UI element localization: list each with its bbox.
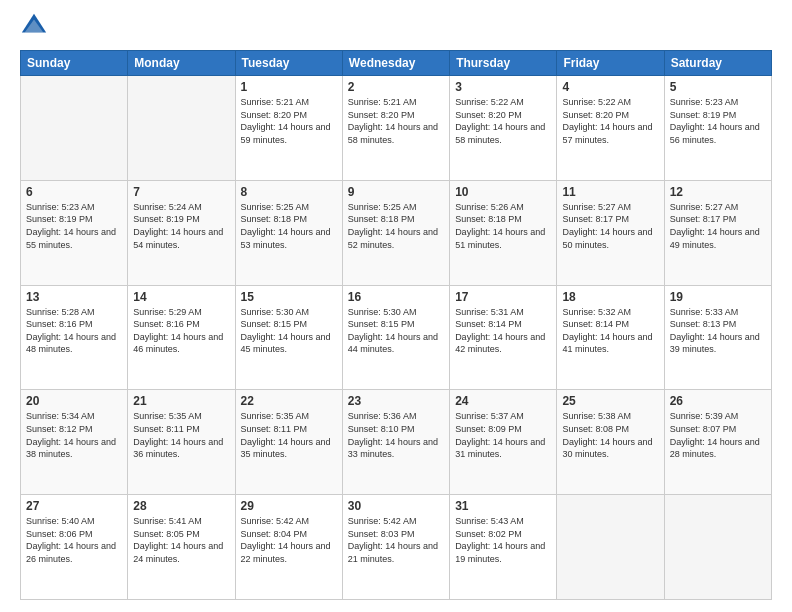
- day-info: Sunrise: 5:31 AM Sunset: 8:14 PM Dayligh…: [455, 306, 551, 356]
- calendar-cell: 27Sunrise: 5:40 AM Sunset: 8:06 PM Dayli…: [21, 495, 128, 600]
- day-info: Sunrise: 5:36 AM Sunset: 8:10 PM Dayligh…: [348, 410, 444, 460]
- weekday-header-monday: Monday: [128, 51, 235, 76]
- day-info: Sunrise: 5:41 AM Sunset: 8:05 PM Dayligh…: [133, 515, 229, 565]
- day-info: Sunrise: 5:25 AM Sunset: 8:18 PM Dayligh…: [241, 201, 337, 251]
- calendar-cell: 24Sunrise: 5:37 AM Sunset: 8:09 PM Dayli…: [450, 390, 557, 495]
- day-info: Sunrise: 5:30 AM Sunset: 8:15 PM Dayligh…: [241, 306, 337, 356]
- day-info: Sunrise: 5:22 AM Sunset: 8:20 PM Dayligh…: [455, 96, 551, 146]
- day-info: Sunrise: 5:21 AM Sunset: 8:20 PM Dayligh…: [241, 96, 337, 146]
- week-row-1: 1Sunrise: 5:21 AM Sunset: 8:20 PM Daylig…: [21, 76, 772, 181]
- day-number: 31: [455, 499, 551, 513]
- day-info: Sunrise: 5:35 AM Sunset: 8:11 PM Dayligh…: [133, 410, 229, 460]
- calendar-cell: 4Sunrise: 5:22 AM Sunset: 8:20 PM Daylig…: [557, 76, 664, 181]
- logo-icon: [20, 12, 48, 40]
- calendar-cell: [557, 495, 664, 600]
- day-info: Sunrise: 5:33 AM Sunset: 8:13 PM Dayligh…: [670, 306, 766, 356]
- calendar-cell: 13Sunrise: 5:28 AM Sunset: 8:16 PM Dayli…: [21, 285, 128, 390]
- day-info: Sunrise: 5:21 AM Sunset: 8:20 PM Dayligh…: [348, 96, 444, 146]
- day-info: Sunrise: 5:42 AM Sunset: 8:03 PM Dayligh…: [348, 515, 444, 565]
- day-number: 27: [26, 499, 122, 513]
- calendar-cell: 14Sunrise: 5:29 AM Sunset: 8:16 PM Dayli…: [128, 285, 235, 390]
- day-number: 15: [241, 290, 337, 304]
- day-number: 10: [455, 185, 551, 199]
- calendar-cell: 22Sunrise: 5:35 AM Sunset: 8:11 PM Dayli…: [235, 390, 342, 495]
- day-number: 6: [26, 185, 122, 199]
- day-info: Sunrise: 5:23 AM Sunset: 8:19 PM Dayligh…: [670, 96, 766, 146]
- day-info: Sunrise: 5:22 AM Sunset: 8:20 PM Dayligh…: [562, 96, 658, 146]
- day-number: 29: [241, 499, 337, 513]
- day-number: 20: [26, 394, 122, 408]
- weekday-header-friday: Friday: [557, 51, 664, 76]
- day-info: Sunrise: 5:29 AM Sunset: 8:16 PM Dayligh…: [133, 306, 229, 356]
- day-number: 14: [133, 290, 229, 304]
- day-info: Sunrise: 5:34 AM Sunset: 8:12 PM Dayligh…: [26, 410, 122, 460]
- calendar-cell: 6Sunrise: 5:23 AM Sunset: 8:19 PM Daylig…: [21, 180, 128, 285]
- day-number: 17: [455, 290, 551, 304]
- calendar-cell: 10Sunrise: 5:26 AM Sunset: 8:18 PM Dayli…: [450, 180, 557, 285]
- weekday-header-row: SundayMondayTuesdayWednesdayThursdayFrid…: [21, 51, 772, 76]
- calendar-cell: [128, 76, 235, 181]
- calendar-cell: 3Sunrise: 5:22 AM Sunset: 8:20 PM Daylig…: [450, 76, 557, 181]
- day-info: Sunrise: 5:24 AM Sunset: 8:19 PM Dayligh…: [133, 201, 229, 251]
- calendar-cell: 12Sunrise: 5:27 AM Sunset: 8:17 PM Dayli…: [664, 180, 771, 285]
- day-number: 22: [241, 394, 337, 408]
- calendar-cell: 23Sunrise: 5:36 AM Sunset: 8:10 PM Dayli…: [342, 390, 449, 495]
- calendar-cell: 5Sunrise: 5:23 AM Sunset: 8:19 PM Daylig…: [664, 76, 771, 181]
- calendar-cell: [21, 76, 128, 181]
- day-info: Sunrise: 5:38 AM Sunset: 8:08 PM Dayligh…: [562, 410, 658, 460]
- day-number: 26: [670, 394, 766, 408]
- day-number: 24: [455, 394, 551, 408]
- day-number: 28: [133, 499, 229, 513]
- calendar-cell: 8Sunrise: 5:25 AM Sunset: 8:18 PM Daylig…: [235, 180, 342, 285]
- day-info: Sunrise: 5:40 AM Sunset: 8:06 PM Dayligh…: [26, 515, 122, 565]
- calendar-cell: 11Sunrise: 5:27 AM Sunset: 8:17 PM Dayli…: [557, 180, 664, 285]
- day-number: 1: [241, 80, 337, 94]
- day-number: 30: [348, 499, 444, 513]
- calendar-cell: 30Sunrise: 5:42 AM Sunset: 8:03 PM Dayli…: [342, 495, 449, 600]
- day-number: 8: [241, 185, 337, 199]
- day-number: 16: [348, 290, 444, 304]
- day-number: 12: [670, 185, 766, 199]
- calendar-cell: 31Sunrise: 5:43 AM Sunset: 8:02 PM Dayli…: [450, 495, 557, 600]
- weekday-header-sunday: Sunday: [21, 51, 128, 76]
- calendar-cell: 20Sunrise: 5:34 AM Sunset: 8:12 PM Dayli…: [21, 390, 128, 495]
- day-number: 25: [562, 394, 658, 408]
- header: [20, 16, 772, 40]
- weekday-header-thursday: Thursday: [450, 51, 557, 76]
- weekday-header-tuesday: Tuesday: [235, 51, 342, 76]
- day-info: Sunrise: 5:30 AM Sunset: 8:15 PM Dayligh…: [348, 306, 444, 356]
- day-number: 23: [348, 394, 444, 408]
- calendar-cell: 16Sunrise: 5:30 AM Sunset: 8:15 PM Dayli…: [342, 285, 449, 390]
- calendar-cell: 25Sunrise: 5:38 AM Sunset: 8:08 PM Dayli…: [557, 390, 664, 495]
- day-info: Sunrise: 5:27 AM Sunset: 8:17 PM Dayligh…: [670, 201, 766, 251]
- calendar-cell: 21Sunrise: 5:35 AM Sunset: 8:11 PM Dayli…: [128, 390, 235, 495]
- calendar-cell: [664, 495, 771, 600]
- day-number: 7: [133, 185, 229, 199]
- day-number: 19: [670, 290, 766, 304]
- calendar-cell: 28Sunrise: 5:41 AM Sunset: 8:05 PM Dayli…: [128, 495, 235, 600]
- day-info: Sunrise: 5:23 AM Sunset: 8:19 PM Dayligh…: [26, 201, 122, 251]
- weekday-header-wednesday: Wednesday: [342, 51, 449, 76]
- day-info: Sunrise: 5:42 AM Sunset: 8:04 PM Dayligh…: [241, 515, 337, 565]
- day-number: 21: [133, 394, 229, 408]
- day-info: Sunrise: 5:27 AM Sunset: 8:17 PM Dayligh…: [562, 201, 658, 251]
- day-info: Sunrise: 5:25 AM Sunset: 8:18 PM Dayligh…: [348, 201, 444, 251]
- day-info: Sunrise: 5:43 AM Sunset: 8:02 PM Dayligh…: [455, 515, 551, 565]
- week-row-5: 27Sunrise: 5:40 AM Sunset: 8:06 PM Dayli…: [21, 495, 772, 600]
- calendar-cell: 26Sunrise: 5:39 AM Sunset: 8:07 PM Dayli…: [664, 390, 771, 495]
- day-info: Sunrise: 5:26 AM Sunset: 8:18 PM Dayligh…: [455, 201, 551, 251]
- day-number: 13: [26, 290, 122, 304]
- calendar-table: SundayMondayTuesdayWednesdayThursdayFrid…: [20, 50, 772, 600]
- day-info: Sunrise: 5:35 AM Sunset: 8:11 PM Dayligh…: [241, 410, 337, 460]
- calendar-cell: 19Sunrise: 5:33 AM Sunset: 8:13 PM Dayli…: [664, 285, 771, 390]
- week-row-3: 13Sunrise: 5:28 AM Sunset: 8:16 PM Dayli…: [21, 285, 772, 390]
- day-number: 2: [348, 80, 444, 94]
- calendar-cell: 2Sunrise: 5:21 AM Sunset: 8:20 PM Daylig…: [342, 76, 449, 181]
- logo: [20, 16, 50, 40]
- calendar-cell: 9Sunrise: 5:25 AM Sunset: 8:18 PM Daylig…: [342, 180, 449, 285]
- day-number: 9: [348, 185, 444, 199]
- calendar-cell: 15Sunrise: 5:30 AM Sunset: 8:15 PM Dayli…: [235, 285, 342, 390]
- day-info: Sunrise: 5:32 AM Sunset: 8:14 PM Dayligh…: [562, 306, 658, 356]
- calendar-cell: 29Sunrise: 5:42 AM Sunset: 8:04 PM Dayli…: [235, 495, 342, 600]
- page: SundayMondayTuesdayWednesdayThursdayFrid…: [0, 0, 792, 612]
